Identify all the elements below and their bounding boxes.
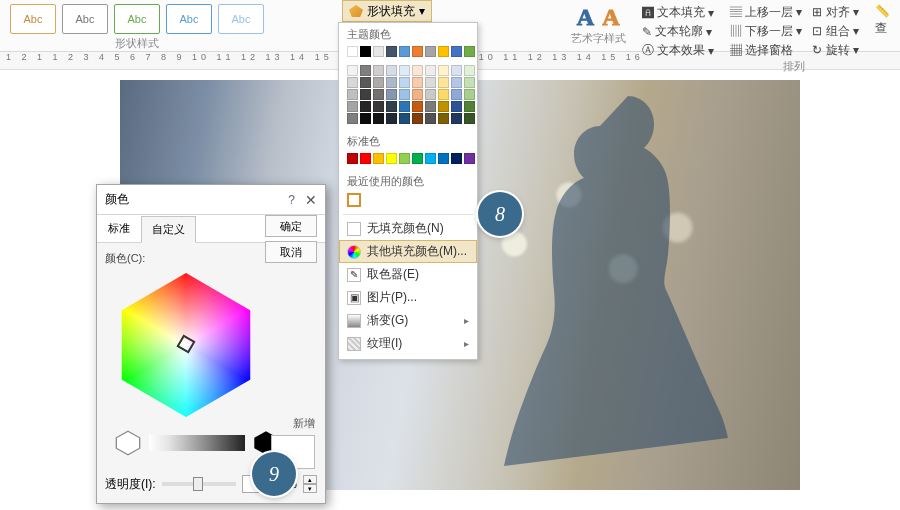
shape-style-preset[interactable]: Abc bbox=[218, 4, 264, 34]
shape-style-gallery[interactable]: Abc Abc Abc Abc Abc bbox=[10, 4, 264, 34]
color-swatch[interactable] bbox=[399, 153, 410, 164]
color-swatch[interactable] bbox=[373, 46, 384, 57]
color-swatch[interactable] bbox=[451, 46, 462, 57]
color-swatch[interactable] bbox=[425, 89, 436, 100]
recent-color-swatch[interactable] bbox=[347, 193, 361, 207]
spin-up[interactable]: ▴ bbox=[303, 475, 317, 484]
color-swatch[interactable] bbox=[425, 77, 436, 88]
color-swatch[interactable] bbox=[438, 101, 449, 112]
color-swatch[interactable] bbox=[464, 46, 475, 57]
color-swatch[interactable] bbox=[438, 89, 449, 100]
color-swatch[interactable] bbox=[360, 77, 371, 88]
color-swatch[interactable] bbox=[464, 153, 475, 164]
color-swatch[interactable] bbox=[464, 65, 475, 76]
color-swatch[interactable] bbox=[425, 65, 436, 76]
shape-style-preset[interactable]: Abc bbox=[10, 4, 56, 34]
color-swatch[interactable] bbox=[451, 153, 462, 164]
more-fill-colors-item[interactable]: 其他填充颜色(M)... bbox=[339, 240, 477, 263]
silhouette-shape[interactable] bbox=[490, 88, 730, 468]
color-swatch[interactable] bbox=[451, 101, 462, 112]
color-swatch[interactable] bbox=[425, 46, 436, 57]
color-swatch[interactable] bbox=[386, 113, 397, 124]
shape-fill-button[interactable]: 形状填充 ▾ bbox=[342, 0, 432, 22]
color-swatch[interactable] bbox=[399, 89, 410, 100]
dialog-close-button[interactable]: ✕ bbox=[305, 192, 317, 208]
color-swatch[interactable] bbox=[386, 77, 397, 88]
text-effects-button[interactable]: Ⓐ 文本效果 ▾ bbox=[642, 42, 714, 59]
text-fill-button[interactable]: 🅰 文本填充 ▾ bbox=[642, 4, 714, 21]
color-swatch[interactable] bbox=[399, 65, 410, 76]
color-swatch[interactable] bbox=[360, 65, 371, 76]
color-swatch[interactable] bbox=[347, 153, 358, 164]
color-swatch[interactable] bbox=[347, 77, 358, 88]
spin-down[interactable]: ▾ bbox=[303, 484, 317, 493]
selection-pane-button[interactable]: ▦ 选择窗格 bbox=[730, 42, 803, 59]
color-swatch[interactable] bbox=[386, 153, 397, 164]
color-swatch[interactable] bbox=[386, 101, 397, 112]
texture-fill-item[interactable]: 纹理(I)▸ bbox=[339, 332, 477, 355]
color-swatch[interactable] bbox=[438, 65, 449, 76]
color-swatch[interactable] bbox=[464, 101, 475, 112]
rotate-button[interactable]: ↻ 旋转 ▾ bbox=[812, 42, 859, 59]
color-swatch[interactable] bbox=[347, 89, 358, 100]
color-swatch[interactable] bbox=[347, 113, 358, 124]
color-swatch[interactable] bbox=[412, 153, 423, 164]
color-swatch[interactable] bbox=[412, 65, 423, 76]
color-swatch[interactable] bbox=[451, 65, 462, 76]
color-swatch[interactable] bbox=[464, 77, 475, 88]
eyedropper-item[interactable]: ✎取色器(E) bbox=[339, 263, 477, 286]
group-button[interactable]: ⊡ 组合 ▾ bbox=[812, 23, 859, 40]
color-swatch[interactable] bbox=[373, 89, 384, 100]
picture-fill-item[interactable]: ▣图片(P)... bbox=[339, 286, 477, 309]
send-backward-button[interactable]: ▥ 下移一层 ▾ bbox=[730, 23, 803, 40]
color-swatch[interactable] bbox=[386, 89, 397, 100]
color-swatch[interactable] bbox=[464, 113, 475, 124]
color-swatch[interactable] bbox=[347, 101, 358, 112]
color-swatch[interactable] bbox=[399, 101, 410, 112]
color-swatch[interactable] bbox=[412, 77, 423, 88]
ok-button[interactable]: 确定 bbox=[265, 215, 317, 237]
color-swatch[interactable] bbox=[399, 77, 410, 88]
color-swatch[interactable] bbox=[399, 113, 410, 124]
color-swatch[interactable] bbox=[425, 101, 436, 112]
color-swatch[interactable] bbox=[399, 46, 410, 57]
color-swatch[interactable] bbox=[451, 77, 462, 88]
tab-custom[interactable]: 自定义 bbox=[141, 216, 196, 243]
opacity-slider[interactable] bbox=[162, 482, 237, 486]
color-swatch[interactable] bbox=[438, 77, 449, 88]
color-swatch[interactable] bbox=[373, 101, 384, 112]
shape-style-preset[interactable]: Abc bbox=[114, 4, 160, 34]
align-button[interactable]: ⊞ 对齐 ▾ bbox=[812, 4, 859, 21]
slider-handle[interactable] bbox=[193, 477, 203, 491]
color-swatch[interactable] bbox=[360, 153, 371, 164]
wordart-preset[interactable]: A bbox=[598, 4, 623, 31]
color-swatch[interactable] bbox=[412, 46, 423, 57]
color-swatch[interactable] bbox=[386, 65, 397, 76]
color-swatch[interactable] bbox=[386, 46, 397, 57]
color-swatch[interactable] bbox=[412, 113, 423, 124]
no-fill-item[interactable]: 无填充颜色(N) bbox=[339, 217, 477, 240]
color-swatch[interactable] bbox=[373, 113, 384, 124]
color-swatch[interactable] bbox=[347, 46, 358, 57]
color-swatch[interactable] bbox=[425, 113, 436, 124]
gradient-fill-item[interactable]: 渐变(G)▸ bbox=[339, 309, 477, 332]
white-hex-icon[interactable] bbox=[115, 430, 141, 456]
find-button[interactable]: 查 bbox=[875, 20, 890, 37]
wordart-preset[interactable]: A bbox=[573, 4, 598, 31]
color-swatch[interactable] bbox=[451, 89, 462, 100]
color-swatch[interactable] bbox=[451, 113, 462, 124]
color-swatch[interactable] bbox=[360, 101, 371, 112]
color-swatch[interactable] bbox=[373, 77, 384, 88]
shape-style-preset[interactable]: Abc bbox=[166, 4, 212, 34]
shade-strip[interactable] bbox=[149, 435, 245, 451]
color-swatch[interactable] bbox=[360, 46, 371, 57]
color-swatch[interactable] bbox=[438, 113, 449, 124]
shape-style-preset[interactable]: Abc bbox=[62, 4, 108, 34]
color-swatch[interactable] bbox=[360, 113, 371, 124]
color-swatch[interactable] bbox=[347, 65, 358, 76]
color-swatch[interactable] bbox=[373, 153, 384, 164]
hex-color-picker[interactable] bbox=[111, 270, 261, 420]
edit-icon[interactable]: 📏 bbox=[875, 4, 890, 18]
color-swatch[interactable] bbox=[425, 153, 436, 164]
bring-forward-button[interactable]: ▤ 上移一层 ▾ bbox=[730, 4, 803, 21]
